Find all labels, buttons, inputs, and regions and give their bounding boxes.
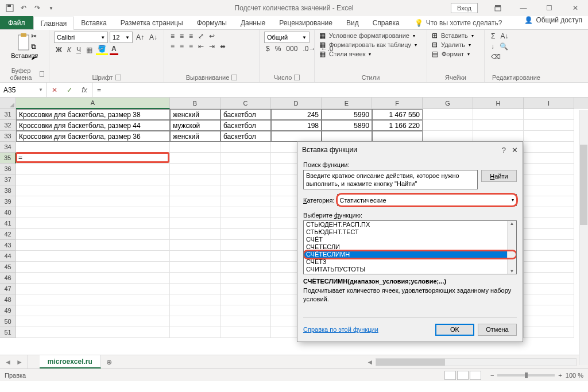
cell[interactable] <box>220 294 271 305</box>
format-table-button[interactable]: Форматировать как таблицу <box>327 41 413 49</box>
tab-formulas[interactable]: Формулы <box>190 16 234 29</box>
cell[interactable]: Кроссовки для баскетбола, размер 38 <box>16 109 170 120</box>
row-header[interactable]: 31 <box>0 109 16 120</box>
cell[interactable] <box>16 229 170 240</box>
cell[interactable] <box>524 142 574 153</box>
row-header[interactable]: 38 <box>0 185 16 196</box>
function-list[interactable]: СТЬЮДЕНТ.РАСП.ПХСТЬЮДЕНТ.ТЕСТСЧЁТСЧЁТЕСЛ… <box>303 220 517 274</box>
function-list-item[interactable]: СЧИТАТЬПУСТОТЫ <box>304 266 516 273</box>
function-list-item[interactable]: СТЬЮДЕНТ.РАСП.ПХ <box>304 221 516 228</box>
cell[interactable]: женский <box>170 109 220 120</box>
cell[interactable] <box>524 294 574 305</box>
delete-cells-button[interactable]: Удалить <box>439 41 467 49</box>
cell[interactable] <box>220 305 271 316</box>
tab-insert[interactable]: Вставка <box>74 16 114 29</box>
cell[interactable] <box>220 142 271 153</box>
cell[interactable]: 198 <box>271 120 322 131</box>
cell[interactable] <box>524 327 574 338</box>
cell[interactable] <box>16 240 170 251</box>
cell[interactable] <box>220 196 271 207</box>
align-bottom-icon[interactable]: ≡ <box>187 32 195 41</box>
cell[interactable] <box>524 164 574 174</box>
function-list-item[interactable]: СЧЁТЕСЛИ <box>304 243 516 251</box>
underline-icon[interactable]: Ч <box>75 45 83 55</box>
format-painter-icon[interactable]: 🖌 <box>31 53 38 61</box>
horizontal-scrollbar[interactable]: ◄ ► <box>117 355 588 368</box>
cell[interactable]: баскетбол <box>220 109 271 120</box>
cell[interactable] <box>524 174 574 185</box>
zoom-in-icon[interactable]: + <box>558 372 562 379</box>
help-link[interactable]: Справка по этой функции <box>303 326 378 333</box>
cell[interactable]: баскетбол <box>220 131 271 142</box>
decrease-font-icon[interactable]: A↓ <box>148 33 159 42</box>
cell[interactable] <box>220 316 271 327</box>
cell[interactable]: Кроссовки для баскетбола, размер 36 <box>16 131 170 142</box>
cell[interactable] <box>170 229 220 240</box>
cell[interactable]: 5890 <box>322 120 372 131</box>
align-left-icon[interactable]: ≡ <box>169 42 176 51</box>
sort-filter-icon[interactable]: A↓ <box>498 32 510 41</box>
cell[interactable] <box>16 207 170 218</box>
format-cells-button[interactable]: Формат <box>440 50 466 58</box>
function-list-item[interactable]: СЧЁТЗ <box>304 258 516 266</box>
cell[interactable] <box>170 218 220 229</box>
align-middle-icon[interactable]: ≡ <box>178 32 185 41</box>
normal-view-icon[interactable] <box>444 371 456 380</box>
cell[interactable]: женский <box>170 131 220 142</box>
cell[interactable] <box>16 251 170 262</box>
cell-styles-button[interactable]: Стили ячеек <box>327 50 367 58</box>
cell[interactable] <box>423 120 473 131</box>
cell[interactable] <box>16 196 170 207</box>
cell[interactable] <box>524 131 574 142</box>
cell[interactable] <box>170 207 220 218</box>
tab-home[interactable]: Главная <box>33 17 75 30</box>
cell[interactable] <box>16 262 170 273</box>
search-function-input[interactable]: Введите краткое описание действия, котор… <box>303 170 478 189</box>
cell[interactable] <box>220 153 271 164</box>
category-select[interactable]: Статистические▾ <box>337 194 517 206</box>
cell[interactable] <box>16 174 170 185</box>
borders-icon[interactable]: ▦ <box>84 45 94 55</box>
row-header[interactable]: 47 <box>0 284 16 294</box>
tell-me-search[interactable]: 💡 Что вы хотите сделать? <box>409 16 508 29</box>
clipboard-launcher[interactable] <box>40 71 44 77</box>
row-header[interactable]: 44 <box>0 251 16 262</box>
help-icon[interactable]: ? <box>502 146 506 154</box>
row-header[interactable]: 37 <box>0 174 16 185</box>
column-header[interactable]: D <box>271 98 322 109</box>
insert-cells-button[interactable]: Вставить <box>439 32 470 40</box>
cond-format-button[interactable]: Условное форматирование <box>327 32 411 40</box>
font-size-select[interactable]: 12▼ <box>110 32 133 43</box>
cell[interactable] <box>423 131 473 142</box>
row-header[interactable]: 46 <box>0 273 16 284</box>
cell[interactable]: 5990 <box>322 109 372 120</box>
cell[interactable] <box>524 196 574 207</box>
italic-icon[interactable]: К <box>65 45 73 55</box>
number-format-select[interactable]: Общий▼ <box>264 32 310 43</box>
cell[interactable] <box>473 131 524 142</box>
close-icon[interactable]: ✕ <box>562 0 588 16</box>
row-header[interactable]: 50 <box>0 316 16 327</box>
cell[interactable] <box>220 218 271 229</box>
cell[interactable] <box>220 164 271 174</box>
cell[interactable] <box>524 207 574 218</box>
increase-font-icon[interactable]: A↑ <box>134 33 146 42</box>
cell[interactable] <box>170 196 220 207</box>
column-header[interactable]: H <box>473 98 524 109</box>
cell[interactable] <box>170 284 220 294</box>
vertical-scrollbar[interactable] <box>579 110 588 365</box>
orientation-icon[interactable]: ⤢ <box>196 32 206 41</box>
cancel-button[interactable]: Отмена <box>478 324 517 336</box>
row-header[interactable]: 34 <box>0 142 16 153</box>
formula-input[interactable]: = <box>92 83 588 97</box>
cell[interactable] <box>423 109 473 120</box>
qa-dropdown-icon[interactable]: ▼ <box>45 2 57 14</box>
minimize-icon[interactable]: — <box>510 0 536 16</box>
cell[interactable] <box>524 273 574 284</box>
cell[interactable] <box>220 262 271 273</box>
cell[interactable] <box>16 284 170 294</box>
row-header[interactable]: 39 <box>0 196 16 207</box>
sheet-tab[interactable]: microexcel.ru <box>40 355 101 368</box>
ok-button[interactable]: OK <box>435 324 474 336</box>
cell[interactable] <box>372 131 423 142</box>
